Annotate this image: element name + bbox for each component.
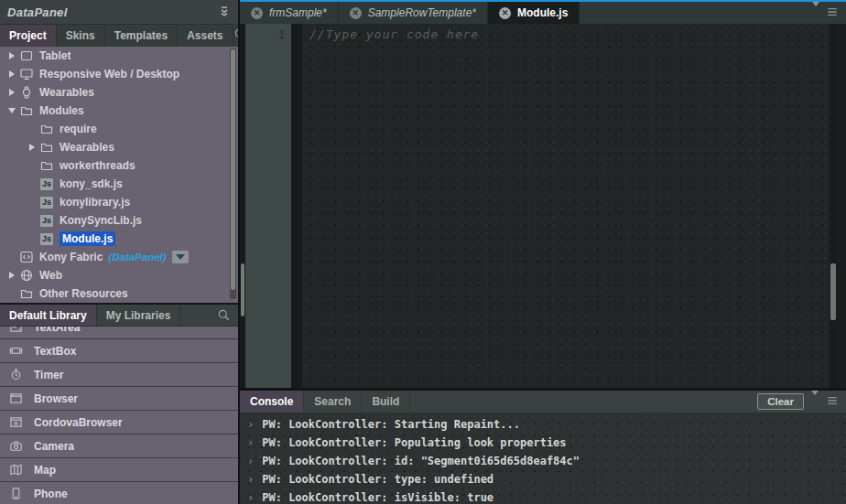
cordova-browser-icon: B [8, 415, 24, 429]
tree-item-label: Responsive Web / Desktop [39, 68, 179, 80]
library-item-map[interactable]: Map [0, 458, 238, 482]
tree-item-other-resources[interactable]: Other Resources [0, 284, 238, 303]
library-item-cordovabrowser[interactable]: BCordovaBrowser [0, 411, 238, 434]
tree-item-web[interactable]: Web [0, 266, 238, 284]
log-text: PW: LookController: Populating look prop… [262, 436, 566, 449]
app-window: DataPanel ProjectSkinsTemplatesAssets Ta… [0, 0, 846, 504]
tree-item-modules[interactable]: Modules [0, 102, 238, 120]
library-item-phone[interactable]: Phone [0, 482, 238, 504]
tree-item-workerthreads[interactable]: workerthreads [0, 156, 238, 175]
tree-collapse-arrow-icon[interactable] [26, 144, 38, 151]
tree-item-konysynclib-js[interactable]: JsKonySyncLib.js [0, 211, 238, 230]
tree-item-tablet[interactable]: Tablet [0, 47, 238, 65]
tree-item-label: Kony Fabric [39, 251, 103, 263]
tab-assets[interactable]: Assets [178, 25, 233, 47]
library-item-label: TextBox [34, 345, 76, 358]
code-editor[interactable]: 1 //Type your code here [240, 24, 846, 388]
map-icon [8, 463, 24, 477]
tree-collapse-arrow-icon[interactable] [5, 89, 18, 96]
library-item-textbox[interactable]: TextBox [0, 339, 238, 363]
menu-icon[interactable] [826, 394, 839, 410]
library-item-label: Phone [34, 488, 68, 500]
data-panel: DataPanel ProjectSkinsTemplatesAssets Ta… [0, 0, 238, 504]
tree-item-kony-fabric[interactable]: Kony Fabric(DataPanel) [0, 248, 238, 266]
textbox-icon [8, 344, 24, 358]
caret-down-icon[interactable] [812, 6, 819, 19]
editor-tab-modulejs[interactable]: ✕Module.js [488, 2, 580, 24]
timer-icon [8, 368, 24, 381]
library-item-textarea[interactable]: TextArea [0, 327, 238, 339]
library-search-icon[interactable] [217, 305, 238, 326]
console-tab-search[interactable]: Search [304, 391, 362, 413]
js-icon: Js [38, 178, 55, 190]
svg-text:B: B [14, 420, 18, 426]
console-tab-build[interactable]: Build [362, 391, 410, 413]
globe-icon [18, 268, 35, 283]
project-tree: TabletResponsive Web / DesktopWearablesM… [0, 47, 238, 305]
fabric-dropdown-button[interactable] [172, 251, 189, 263]
tree-item-label: Tablet [39, 49, 70, 62]
tree-collapse-arrow-icon[interactable] [5, 70, 18, 78]
caret-down-icon[interactable] [811, 395, 819, 408]
tree-item-responsive-web-desktop[interactable]: Responsive Web / Desktop [0, 65, 238, 83]
library-tab-default-library[interactable]: Default Library [0, 305, 97, 326]
tree-item-label: Wearables [39, 86, 94, 99]
editor-tab-frmsample[interactable]: ✕frmSample* [240, 2, 339, 24]
log-text: PW: LookController: isVisible: true [262, 491, 494, 504]
close-icon[interactable]: ✕ [251, 7, 263, 19]
editor-right-scrollbar[interactable] [830, 24, 837, 388]
tablet-icon [18, 48, 35, 63]
library-item-label: CordovaBrowser [34, 416, 123, 429]
code-content[interactable]: //Type your code here [302, 24, 830, 388]
tab-project[interactable]: Project [0, 25, 57, 47]
editor-left-scrollbar[interactable] [240, 24, 245, 388]
editor-right-scroll-thumb[interactable] [830, 263, 836, 320]
editor-area: ✕frmSample*✕SampleRowTemplate*✕Module.js… [238, 0, 846, 504]
js-icon: Js [38, 233, 55, 245]
editor-left-scroll-thumb[interactable] [241, 263, 244, 316]
editor-tab-samplerowtemplate[interactable]: ✕SampleRowTemplate* [339, 2, 488, 24]
close-icon[interactable]: ✕ [350, 7, 362, 19]
tree-item-kony-sdk-js[interactable]: Jskony_sdk.js [0, 175, 238, 193]
log-text: PW: LookController: type: undefined [262, 473, 494, 486]
tab-templates[interactable]: Templates [105, 25, 178, 47]
tree-item-require[interactable]: require [0, 120, 238, 138]
tab-skins[interactable]: Skins [57, 25, 105, 47]
tree-item-wearables[interactable]: Wearables [0, 138, 238, 156]
clear-button[interactable]: Clear [757, 393, 804, 410]
textarea-icon [8, 327, 24, 334]
tree-item-module-js[interactable]: JsModule.js [0, 230, 238, 248]
editor-tab-bar: ✕frmSample*✕SampleRowTemplate*✕Module.js [240, 2, 846, 24]
library-item-label: Browser [34, 392, 78, 405]
tree-item-konylibrary-js[interactable]: Jskonylibrary.js [0, 193, 238, 211]
tree-item-label: Web [39, 269, 62, 282]
collapse-panel-icon[interactable] [218, 5, 231, 18]
library-item-timer[interactable]: Timer [0, 363, 238, 387]
tree-collapse-arrow-icon[interactable] [5, 272, 18, 279]
data-panel-header: DataPanel [0, 0, 238, 25]
project-tab-bar: ProjectSkinsTemplatesAssets [0, 25, 238, 47]
tree-expand-arrow-icon[interactable] [5, 108, 18, 113]
tree-item-label: KonySyncLib.js [60, 214, 142, 227]
library-item-label: Timer [34, 369, 63, 381]
fabric-app-name: (DataPanel) [108, 252, 166, 263]
library-item-browser[interactable]: Browser [0, 387, 238, 411]
line-number-gutter: 1 [245, 24, 291, 388]
library-item-camera[interactable]: Camera [0, 434, 238, 458]
tree-scrollbar-thumb[interactable] [231, 49, 235, 290]
console-output[interactable]: ›PW: LookController: Starting Repaint...… [240, 413, 846, 504]
tree-item-wearables[interactable]: Wearables [0, 83, 238, 102]
fold-gutter [291, 24, 302, 388]
console-tab-console[interactable]: Console [240, 391, 304, 413]
close-icon[interactable]: ✕ [499, 7, 511, 19]
editor-tab-label: Module.js [517, 6, 568, 19]
tree-scrollbar[interactable] [230, 48, 236, 299]
folder-icon [38, 140, 55, 155]
library-tab-my-libraries[interactable]: My Libraries [97, 305, 181, 326]
tree-item-label: Module.js [60, 231, 115, 246]
code-icon [18, 250, 35, 264]
tree-collapse-arrow-icon[interactable] [5, 52, 18, 59]
editor-tab-label: frmSample* [269, 6, 327, 19]
menu-icon[interactable] [826, 5, 839, 21]
library-item-label: Map [34, 464, 56, 477]
